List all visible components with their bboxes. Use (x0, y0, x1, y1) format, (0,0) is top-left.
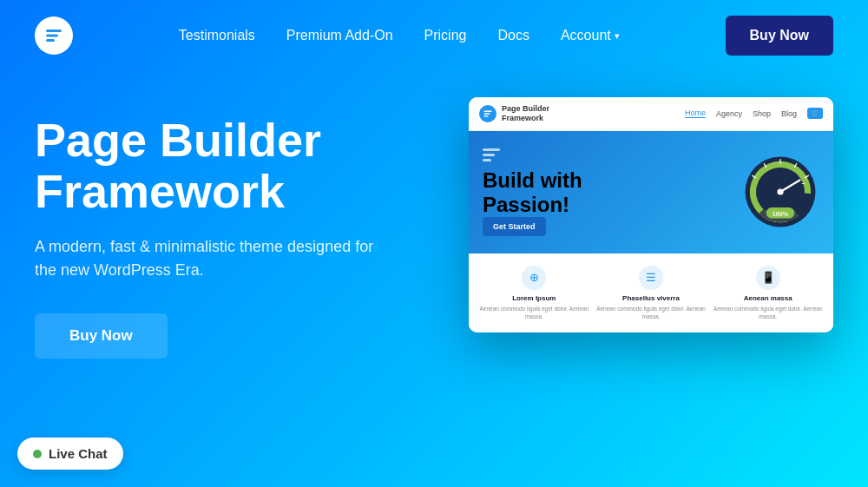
svg-text:−: − (801, 180, 805, 188)
nav-testimonials[interactable]: Testimonials (179, 28, 255, 43)
logo-icon (35, 16, 73, 55)
feature-3-desc: Aenean commodo ligula eget dolor. Aenean… (713, 305, 823, 320)
feature-1-title: Lorem Ipsum (479, 294, 589, 302)
svg-rect-0 (46, 30, 62, 32)
browser-nav-home[interactable]: Home (685, 109, 706, 118)
browser-nav-blog[interactable]: Blog (781, 109, 797, 118)
header: Testimonials Premium Add-On Pricing Docs… (0, 0, 868, 71)
browser-mockup: Page Builder Framework Home Agency Shop … (469, 97, 833, 332)
feature-1-desc: Aenean commodo ligula eget dolor. Aenean… (479, 305, 589, 320)
online-status-dot (33, 450, 42, 458)
chevron-down-icon: ▾ (615, 30, 620, 42)
speed-line-3 (483, 159, 491, 161)
live-chat-label: Live Chat (49, 446, 108, 461)
nav-pricing[interactable]: Pricing (424, 28, 467, 43)
feature-2-icon: ☰ (639, 266, 663, 290)
nav-account[interactable]: Account ▾ (561, 28, 620, 43)
browser-hero-section: Build with Passion! Get Started (469, 131, 833, 253)
svg-rect-5 (484, 115, 489, 117)
speedometer: − 100% (741, 153, 819, 231)
browser-site-name: Page Builder Framework (502, 104, 549, 123)
speedometer-svg: − 100% (741, 153, 819, 231)
cart-icon: 🛒 (807, 108, 823, 119)
logo-svg (43, 25, 64, 46)
speed-lines (483, 148, 582, 161)
svg-rect-3 (484, 110, 492, 112)
browser-logo: Page Builder Framework (479, 104, 549, 123)
hero-title: Page Builder Framework (35, 115, 434, 218)
browser-nav-agency[interactable]: Agency (716, 109, 742, 118)
main-nav: Testimonials Premium Add-On Pricing Docs… (179, 28, 620, 43)
feature-3-icon: 📱 (756, 266, 780, 290)
header-buy-now-button[interactable]: Buy Now (726, 16, 833, 56)
hero-text: Page Builder Framework A modern, fast & … (35, 106, 434, 359)
svg-rect-2 (46, 39, 55, 42)
feature-1: ⊕ Lorem Ipsum Aenean commodo ligula eget… (479, 266, 589, 320)
speed-line-2 (483, 154, 495, 156)
feature-3-title: Aenean massa (713, 294, 823, 302)
feature-3: 📱 Aenean massa Aenean commodo ligula ege… (713, 266, 823, 320)
hero-buy-button[interactable]: Buy Now (35, 313, 168, 359)
feature-1-icon: ⊕ (522, 266, 546, 290)
browser-cta-button[interactable]: Get Started (483, 217, 546, 236)
nav-docs[interactable]: Docs (497, 28, 529, 43)
svg-point-12 (777, 188, 783, 194)
browser-nav-shop[interactable]: Shop (753, 109, 771, 118)
hero-section: Page Builder Framework A modern, fast & … (0, 71, 868, 359)
svg-rect-1 (46, 35, 58, 37)
nav-premium[interactable]: Premium Add-On (286, 28, 393, 43)
browser-features: ⊕ Lorem Ipsum Aenean commodo ligula eget… (469, 253, 833, 332)
feature-2-desc: Aenean commodo ligula eget dolor. Aenean… (596, 305, 707, 320)
browser-logo-icon (479, 105, 496, 122)
svg-text:100%: 100% (773, 210, 789, 218)
live-chat-widget[interactable]: Live Chat (17, 438, 123, 470)
speed-line-1 (483, 148, 500, 151)
browser-nav: Home Agency Shop Blog 🛒 (685, 108, 823, 119)
feature-2-title: Phasellus viverra (596, 294, 707, 302)
browser-hero-text: Build with Passion! Get Started (483, 148, 582, 236)
feature-2: ☰ Phasellus viverra Aenean commodo ligul… (596, 266, 707, 320)
svg-rect-4 (484, 113, 490, 115)
browser-hero-title: Build with Passion! (483, 168, 582, 217)
logo[interactable] (35, 16, 73, 55)
browser-bar: Page Builder Framework Home Agency Shop … (469, 97, 833, 131)
hero-subtitle: A modern, fast & minimalistic theme desi… (35, 235, 399, 282)
